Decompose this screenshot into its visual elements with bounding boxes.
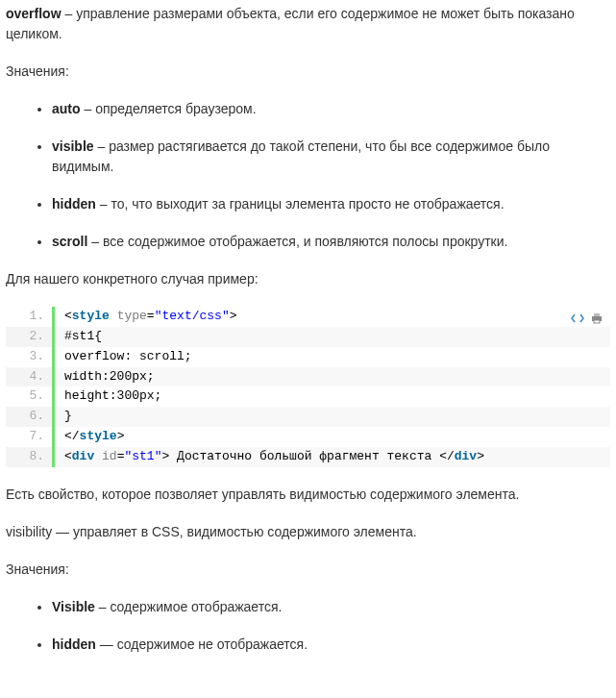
code-content: overflow: scroll; (54, 347, 611, 367)
value-desc: – размер растягивается до такой степени,… (52, 138, 550, 174)
code-line: 5.height:300px; (6, 386, 610, 407)
value-desc: — содержимое не отображается. (96, 636, 308, 652)
value-term: hidden (52, 636, 96, 652)
code-content: } (54, 407, 611, 427)
term-overflow: overflow (6, 6, 62, 21)
value-term: hidden (52, 196, 96, 212)
code-line: 8.<div id="st1"> Достаточно большой фраг… (6, 447, 610, 467)
code-block: 1.<style type="text/css">2.#st1{3.overfl… (6, 307, 610, 467)
value-desc: – все содержимое отображается, и появляю… (87, 234, 507, 249)
code-content: height:300px; (54, 386, 611, 407)
svg-rect-1 (594, 313, 600, 316)
code-line: 1.<style type="text/css"> (6, 307, 610, 327)
values-heading-1: Значения: (6, 62, 610, 82)
line-number: 3. (6, 347, 54, 367)
value-term: scroll (52, 234, 87, 249)
code-toolbar (570, 311, 604, 326)
svg-rect-2 (594, 320, 600, 323)
value-desc: – определяется браузером. (81, 101, 257, 116)
list-item: Visible – содержимое отображается. (52, 597, 610, 617)
line-number: 7. (6, 427, 54, 447)
line-number: 4. (6, 367, 54, 387)
code-line: 7.</style> (6, 427, 610, 447)
value-desc: – содержимое отображается. (95, 599, 283, 614)
code-line: 6.} (6, 407, 610, 427)
intro-desc: – управление размерами объекта, если его… (6, 6, 575, 41)
list-item: hidden — содержимое не отображается. (52, 635, 610, 655)
code-line: 4.width:200px; (6, 367, 610, 387)
line-number: 1. (6, 307, 54, 327)
list-item: hidden – то, что выходит за границы элем… (52, 194, 610, 214)
line-number: 8. (6, 447, 54, 467)
code-content: </style> (54, 427, 611, 447)
list-item: auto – определяется браузером. (52, 99, 610, 119)
print-icon[interactable] (589, 311, 604, 326)
values-list-2: Visible – содержимое отображается. hidde… (6, 597, 610, 655)
value-term: Visible (52, 599, 95, 614)
code-line: 2.#st1{ (6, 327, 610, 347)
line-number: 6. (6, 407, 54, 427)
code-line: 3.overflow: scroll; (6, 347, 610, 367)
code-content: #st1{ (54, 327, 611, 347)
view-source-icon[interactable] (570, 311, 585, 326)
example-label: Для нашего конкретного случая пример: (6, 269, 610, 289)
paragraph-visibility-def: visibility — управляет в CSS, видимостью… (6, 522, 610, 542)
list-item: visible – размер растягивается до такой … (52, 137, 610, 177)
code-content: width:200px; (54, 367, 611, 387)
line-number: 2. (6, 327, 54, 347)
paragraph-visibility-intro: Есть свойство, которое позволяет управля… (6, 485, 610, 505)
value-term: auto (52, 101, 81, 116)
code-content: <style type="text/css"> (54, 307, 611, 327)
value-term: visible (52, 138, 94, 154)
list-item: scroll – все содержимое отображается, и … (52, 232, 610, 252)
values-list-1: auto – определяется браузером. visible –… (6, 99, 610, 252)
line-number: 5. (6, 386, 54, 407)
values-heading-2: Значения: (6, 560, 610, 580)
intro-paragraph: overflow – управление размерами объекта,… (6, 4, 610, 44)
value-desc: – то, что выходит за границы элемента пр… (96, 196, 505, 212)
code-table: 1.<style type="text/css">2.#st1{3.overfl… (6, 307, 610, 467)
code-content: <div id="st1"> Достаточно большой фрагме… (54, 447, 611, 467)
